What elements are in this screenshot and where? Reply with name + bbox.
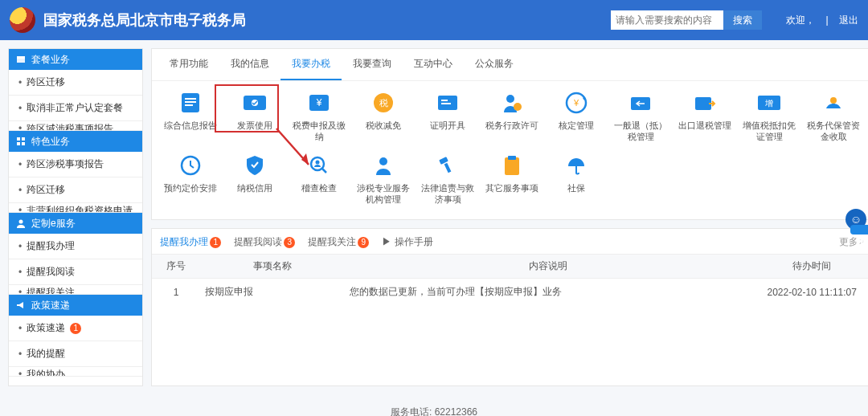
app-xinyong[interactable]: 纳税信用 <box>224 153 285 205</box>
svg-rect-2 <box>17 137 20 141</box>
badge: 9 <box>358 237 369 248</box>
search-button[interactable]: 搜索 <box>723 10 762 30</box>
sidebar-item[interactable]: 提醒我关注 <box>9 285 142 295</box>
svg-rect-5 <box>22 142 25 145</box>
svg-point-20 <box>506 95 514 103</box>
discount-icon: 税 <box>370 91 397 115</box>
svg-rect-9 <box>185 101 196 103</box>
app-header: 国家税务总局北京市电子税务局 搜索 欢迎， | 退出 <box>0 0 868 40</box>
app-shebao[interactable]: 社保 <box>546 153 607 205</box>
more-link[interactable]: 更多> <box>839 235 864 249</box>
search-input[interactable] <box>611 10 723 30</box>
sidebar-header-zhengce[interactable]: 政策速递 <box>9 295 142 316</box>
table-row[interactable]: 1 按期应申报 您的数据已更新，当前可办理【按期应申报】业务 2022-02-1… <box>152 279 868 306</box>
app-daibao[interactable]: 税务代保管资金收取 <box>803 91 864 142</box>
svg-rect-10 <box>185 104 193 106</box>
app-zengzhishui[interactable]: 增增值税抵扣凭证管理 <box>739 91 800 142</box>
tab-common[interactable]: 常用功能 <box>158 49 219 80</box>
svg-point-32 <box>379 157 387 165</box>
svg-rect-3 <box>22 137 25 141</box>
tab-public[interactable]: 公众服务 <box>464 49 525 80</box>
megaphone-icon <box>15 300 27 311</box>
export-icon <box>691 91 719 115</box>
main-tabs: 常用功能 我的信息 我要办税 我要查询 互动中心 公众服务 <box>152 49 868 81</box>
app-yuyue[interactable]: 预约定价安排 <box>160 153 221 205</box>
app-xuke[interactable]: 税务行政许可 <box>481 91 542 142</box>
sidebar-item[interactable]: 跨区域涉税事项报告 <box>9 121 142 131</box>
person-icon <box>15 218 27 229</box>
svg-rect-34 <box>444 163 452 173</box>
umbrella-icon <box>563 153 590 177</box>
sidebar-item[interactable]: 取消非正常户认定套餐 <box>9 96 142 121</box>
sidebar-item[interactable]: 政策速递 1 <box>9 316 142 341</box>
money-card-icon: ¥ <box>305 91 333 115</box>
app-zhengming[interactable]: 证明开具 <box>417 91 478 142</box>
app-heding[interactable]: ¥核定管理 <box>546 91 607 142</box>
gavel-icon <box>434 153 461 177</box>
badge: 1 <box>210 237 221 248</box>
app-zonghe[interactable]: 综合信息报告 <box>160 91 221 142</box>
svg-rect-36 <box>508 156 516 160</box>
clock-icon <box>177 153 204 177</box>
sidebar-item[interactable]: 我的提醒 <box>9 341 142 367</box>
refresh-money-icon: ¥ <box>563 91 590 115</box>
package-icon <box>15 54 27 65</box>
float-help-button[interactable]: 在线导办 <box>850 225 868 235</box>
magnify-person-icon <box>305 153 333 177</box>
app-qita[interactable]: 其它服务事项 <box>481 153 542 205</box>
sidebar-item[interactable]: 提醒我阅读 <box>9 259 142 285</box>
person-gear-icon <box>498 91 526 115</box>
ntab-manual[interactable]: ▶ 操作手册 <box>382 235 432 249</box>
ntab-read[interactable]: 提醒我阅读3 <box>234 235 295 249</box>
col-desc: 内容说明 <box>345 255 751 279</box>
tax-emblem-icon <box>10 7 35 33</box>
sidebar-item[interactable]: 我的协办 <box>9 367 142 377</box>
user-greeting: 欢迎， <box>786 14 815 26</box>
tab-myinfo[interactable]: 我的信息 <box>219 49 280 80</box>
report-icon <box>177 91 204 115</box>
tab-do-tax[interactable]: 我要办税 <box>280 49 342 80</box>
tab-query[interactable]: 我要查询 <box>342 49 403 80</box>
svg-point-21 <box>514 103 522 111</box>
sidebar-header-dingzhi[interactable]: 定制e服务 <box>9 213 142 234</box>
header-links: 欢迎， | 退出 <box>778 14 858 27</box>
notice-table: 序号 事项名称 内容说明 待办时间 1 按期应申报 您的数据已更新，当前可办理【… <box>152 255 868 305</box>
refund-icon <box>627 91 654 115</box>
app-title: 国家税务总局北京市电子税务局 <box>43 10 611 30</box>
app-chukou[interactable]: 出口退税管理 <box>674 91 735 142</box>
footer-text: 服务电话: 62212366 <box>0 394 868 416</box>
sidebar-item[interactable]: 提醒我办理 <box>9 234 142 259</box>
sidebar-item[interactable]: 跨区迁移 <box>9 177 142 203</box>
app-shenbao[interactable]: ¥税费申报及缴纳 <box>289 91 350 142</box>
svg-point-6 <box>19 220 23 224</box>
grid-icon <box>15 136 27 147</box>
sidebar-header-tese[interactable]: 特色业务 <box>9 131 142 152</box>
sidebar-header-taocan[interactable]: 套餐业务 <box>9 49 142 70</box>
col-seq: 序号 <box>152 255 200 279</box>
tab-interaction[interactable]: 互动中心 <box>403 49 464 80</box>
app-falv[interactable]: 法律追责与救济事项 <box>417 153 478 205</box>
app-tuishui[interactable]: 一般退（抵）税管理 <box>610 91 671 142</box>
app-jianmian[interactable]: 税税收减免 <box>353 91 414 142</box>
voucher-icon: 增 <box>755 91 783 115</box>
app-jicha[interactable]: 稽查检查 <box>289 153 350 205</box>
app-fapiao[interactable]: 发票使用 <box>224 91 285 142</box>
sidebar-item[interactable]: 跨区迁移 <box>9 70 142 96</box>
app-grid: 综合信息报告 发票使用 ¥税费申报及缴纳 税税收减免 证明开具 税务行政许可 ¥… <box>152 81 868 219</box>
ntab-handle[interactable]: 提醒我办理1 <box>160 235 221 249</box>
sidebar-item[interactable]: 跨区涉税事项报告 <box>9 152 142 177</box>
ntab-follow[interactable]: 提醒我关注9 <box>308 235 369 249</box>
badge: 3 <box>284 237 295 248</box>
svg-rect-4 <box>17 142 20 145</box>
search-box: 搜索 <box>611 10 762 30</box>
person-service-icon <box>370 153 397 177</box>
notice-panel: 提醒我办理1 提醒我阅读3 提醒我关注9 ▶ 操作手册 更多> 序号 事项名称 … <box>151 228 868 386</box>
svg-point-28 <box>830 97 837 104</box>
sidebar-item[interactable]: 非营利组织免税资格申请 <box>9 203 142 213</box>
badge: 1 <box>70 323 81 334</box>
app-sheshui[interactable]: 涉税专业服务机构管理 <box>353 153 414 205</box>
logout-link[interactable]: | 退出 <box>826 14 858 26</box>
svg-text:¥: ¥ <box>573 98 579 108</box>
svg-rect-35 <box>505 157 519 175</box>
svg-text:增: 增 <box>764 99 773 108</box>
